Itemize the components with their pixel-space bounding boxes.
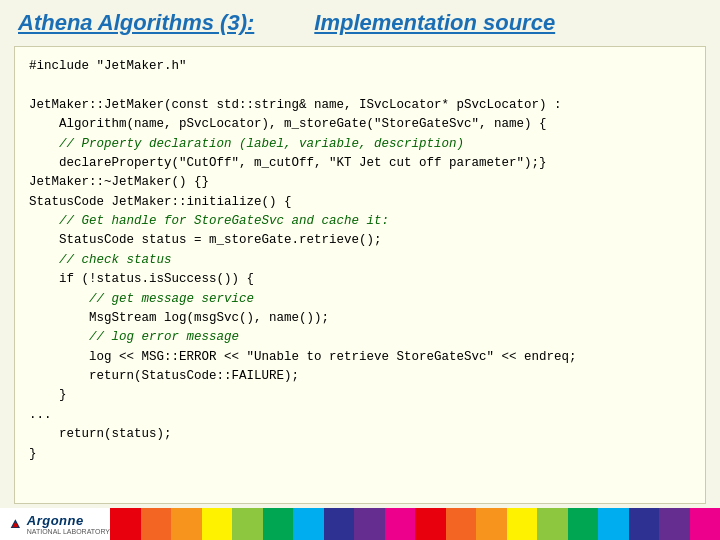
argonne-logo-text: Argonne — [27, 513, 110, 528]
code-line: JetMaker::JetMaker(const std::string& na… — [29, 98, 562, 112]
header-left-title: Athena Algorithms (3): — [18, 10, 254, 36]
header: Athena Algorithms (3): Implementation so… — [0, 0, 720, 42]
footer: Argonne NATIONAL LABORATORY — [0, 508, 720, 540]
code-line: StatusCode JetMaker::initialize() { — [29, 195, 292, 209]
code-line: // log error message — [29, 330, 239, 344]
code-line: } — [29, 388, 67, 402]
rainbow-segment — [385, 508, 416, 540]
rainbow-segment — [568, 508, 599, 540]
code-line: log << MSG::ERROR << "Unable to retrieve… — [29, 350, 577, 364]
footer-logo: Argonne NATIONAL LABORATORY — [0, 508, 110, 540]
rainbow-segment — [232, 508, 263, 540]
code-line: MsgStream log(msgSvc(), name()); — [29, 311, 329, 325]
code-line: return(status); — [29, 427, 172, 441]
rainbow-segment — [446, 508, 477, 540]
rainbow-segment — [629, 508, 660, 540]
argonne-logo-sub: NATIONAL LABORATORY — [27, 528, 110, 535]
rainbow-segment — [659, 508, 690, 540]
code-line: // get message service — [29, 292, 254, 306]
rainbow-segment — [415, 508, 446, 540]
code-line: return(StatusCode::FAILURE); — [29, 369, 299, 383]
rainbow-segment — [598, 508, 629, 540]
rainbow-segment — [263, 508, 294, 540]
code-line: declareProperty("CutOff", m_cutOff, "KT … — [29, 156, 547, 170]
code-line: // check status — [29, 253, 172, 267]
code-line: // Property declaration (label, variable… — [29, 137, 464, 151]
argonne-logo-icon — [10, 512, 21, 536]
code-line: #include "JetMaker.h" — [29, 59, 187, 73]
rainbow-segment — [354, 508, 385, 540]
header-right-title: Implementation source — [314, 10, 555, 36]
rainbow-segment — [110, 508, 141, 540]
rainbow-segment — [171, 508, 202, 540]
rainbow-segment — [202, 508, 233, 540]
code-line: Algorithm(name, pSvcLocator), m_storeGat… — [29, 117, 547, 131]
code-line: JetMaker::~JetMaker() {} — [29, 175, 209, 189]
rainbow-segment — [324, 508, 355, 540]
code-line: ... — [29, 408, 52, 422]
rainbow-segment — [293, 508, 324, 540]
rainbow-segment — [141, 508, 172, 540]
rainbow-segment — [476, 508, 507, 540]
rainbow-segment — [537, 508, 568, 540]
code-line: StatusCode status = m_storeGate.retrieve… — [29, 233, 382, 247]
rainbow-segment — [507, 508, 538, 540]
code-content-area: #include "JetMaker.h" JetMaker::JetMaker… — [14, 46, 706, 504]
code-line: } — [29, 447, 37, 461]
footer-rainbow — [110, 508, 720, 540]
code-line: // Get handle for StoreGateSvc and cache… — [29, 214, 389, 228]
code-block: #include "JetMaker.h" JetMaker::JetMaker… — [29, 57, 691, 464]
rainbow-segment — [690, 508, 721, 540]
code-line: if (!status.isSuccess()) { — [29, 272, 254, 286]
